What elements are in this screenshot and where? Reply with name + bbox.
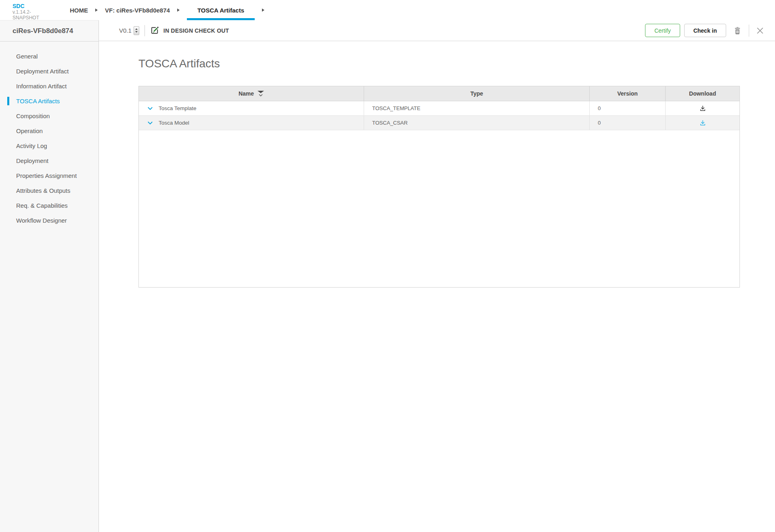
artifact-type: TOSCA_CSAR	[372, 120, 408, 126]
sidebar-item-label: Deployment	[16, 157, 48, 164]
breadcrumb-tab-home[interactable]: HOME	[70, 0, 88, 20]
sidebar-item-label: Attributes & Outputs	[16, 187, 70, 194]
version-cell: 0	[590, 116, 666, 130]
page-title: TOSCA Artifacts	[138, 57, 775, 70]
app-logo[interactable]: SDC v.1.14.2-SNAPSHOT	[0, 0, 57, 20]
download-icon	[699, 105, 706, 112]
download-button[interactable]	[698, 119, 707, 127]
table-row: Tosca Template TOSCA_TEMPLATE 0	[139, 101, 739, 116]
top-header: SDC v.1.14.2-SNAPSHOT HOME VF: ciRes-VFb…	[0, 0, 775, 20]
check-in-button[interactable]: Check in	[684, 24, 726, 37]
sidebar-item-attributes-outputs[interactable]: Attributes & Outputs	[0, 183, 98, 198]
sidebar-item-label: Workflow Designer	[16, 217, 67, 224]
sidebar-item-label: General	[16, 53, 38, 60]
sidebar-item-label: Operation	[16, 127, 43, 134]
sidebar-item-label: Information Artifact	[16, 83, 67, 90]
sort-icon	[258, 91, 264, 96]
breadcrumb: HOME VF: ciRes-VFb8d0e874 TOSCA Artifact…	[70, 0, 272, 20]
lifecycle-state: IN DESIGN CHECK OUT	[150, 26, 229, 35]
sidebar-item-general[interactable]: General	[0, 49, 98, 64]
sidebar-item-label: Activity Log	[16, 142, 47, 149]
row-expand-button[interactable]	[147, 105, 153, 112]
breadcrumb-label: HOME	[70, 7, 88, 14]
sidebar-item-properties-assignment[interactable]: Properties Assignment	[0, 168, 98, 183]
close-button[interactable]	[755, 25, 765, 36]
artifact-name: Tosca Template	[159, 105, 197, 111]
version-cell: 0	[590, 101, 666, 115]
app-version: v.1.14.2-SNAPSHOT	[13, 9, 57, 21]
delete-button[interactable]	[732, 25, 743, 37]
breadcrumb-label: TOSCA Artifacts	[197, 7, 244, 14]
spinner-down-icon	[135, 31, 138, 33]
row-expand-button[interactable]	[147, 120, 153, 126]
download-icon	[699, 119, 706, 127]
artifacts-table: Name Type Version Download T	[138, 86, 740, 288]
main-content: V0.1 IN DESIGN CHECK OUT	[99, 20, 775, 532]
column-header-type[interactable]: Type	[364, 86, 590, 101]
table-row: Tosca Model TOSCA_CSAR 0	[139, 116, 739, 130]
sidebar-item-deployment-artifact[interactable]: Deployment Artifact	[0, 64, 98, 79]
sidebar-item-operation[interactable]: Operation	[0, 123, 98, 138]
table-body: Tosca Template TOSCA_TEMPLATE 0 Tosca Mo…	[139, 101, 739, 130]
spinner-up-icon	[135, 28, 138, 30]
version-spinner[interactable]	[134, 26, 139, 35]
name-cell: Tosca Template	[139, 101, 364, 115]
content-body: TOSCA Artifacts Name Type Version Downl	[99, 41, 775, 288]
download-cell	[666, 101, 739, 115]
breadcrumb-tab-tosca-artifacts[interactable]: TOSCA Artifacts	[187, 0, 255, 20]
sidebar-item-label: Req. & Capabilities	[16, 202, 68, 209]
breadcrumb-tab-vf-cires-vfb8d0e874[interactable]: VF: ciRes-VFb8d0e874	[105, 0, 170, 20]
artifact-version: 0	[598, 105, 601, 111]
chevron-down-icon	[147, 120, 153, 126]
table-header: Name Type Version Download	[139, 86, 739, 101]
sidebar-item-deployment[interactable]: Deployment	[0, 153, 98, 168]
sidebar-item-composition[interactable]: Composition	[0, 108, 98, 123]
sidebar-item-req-capabilities[interactable]: Req. & Capabilities	[0, 198, 98, 213]
version-selector[interactable]: V0.1	[119, 26, 139, 35]
sidebar-title: ciRes-VFb8d0e874	[0, 21, 98, 42]
sidebar-item-label: Deployment Artifact	[16, 68, 69, 75]
certify-button[interactable]: Certify	[645, 24, 680, 37]
sidebar: ciRes-VFb8d0e874 General Deployment Arti…	[0, 20, 99, 532]
sdc-app-window: SDC v.1.14.2-SNAPSHOT HOME VF: ciRes-VFb…	[0, 0, 775, 532]
sidebar-item-label: Composition	[16, 113, 50, 119]
version-label: V0.1	[119, 27, 132, 34]
type-cell: TOSCA_TEMPLATE	[364, 101, 590, 115]
sidebar-item-tosca-artifacts[interactable]: TOSCA Artifacts	[0, 94, 98, 108]
toolbar: V0.1 IN DESIGN CHECK OUT	[99, 20, 775, 41]
sidebar-item-label: Properties Assignment	[16, 172, 77, 179]
delete-icon	[733, 26, 741, 35]
sidebar-item-information-artifact[interactable]: Information Artifact	[0, 79, 98, 94]
sidebar-item-activity-log[interactable]: Activity Log	[0, 138, 98, 153]
download-cell	[666, 116, 739, 130]
edit-pencil-icon	[150, 26, 159, 35]
type-cell: TOSCA_CSAR	[364, 116, 590, 130]
column-header-name[interactable]: Name	[139, 86, 364, 101]
lifecycle-state-label: IN DESIGN CHECK OUT	[163, 27, 229, 34]
toolbar-divider	[749, 25, 749, 37]
sidebar-item-label: TOSCA Artifacts	[16, 98, 60, 104]
sidebar-item-workflow-designer[interactable]: Workflow Designer	[0, 213, 98, 228]
breadcrumb-label: VF: ciRes-VFb8d0e874	[105, 7, 170, 14]
column-header-version[interactable]: Version	[590, 86, 666, 101]
toolbar-divider	[145, 25, 145, 36]
breadcrumb-arrow-icon	[177, 8, 180, 12]
artifact-name: Tosca Model	[159, 120, 189, 126]
column-header-download[interactable]: Download	[666, 86, 739, 101]
name-cell: Tosca Model	[139, 116, 364, 130]
close-icon	[756, 27, 764, 34]
chevron-down-icon	[147, 105, 153, 112]
breadcrumb-arrow-icon	[95, 8, 98, 12]
app-name: SDC	[13, 3, 57, 9]
sidebar-menu: General Deployment Artifact Information …	[0, 42, 98, 228]
artifact-type: TOSCA_TEMPLATE	[372, 105, 420, 111]
breadcrumb-arrow-icon	[262, 8, 264, 12]
download-button[interactable]	[698, 104, 707, 113]
artifact-version: 0	[598, 120, 601, 126]
